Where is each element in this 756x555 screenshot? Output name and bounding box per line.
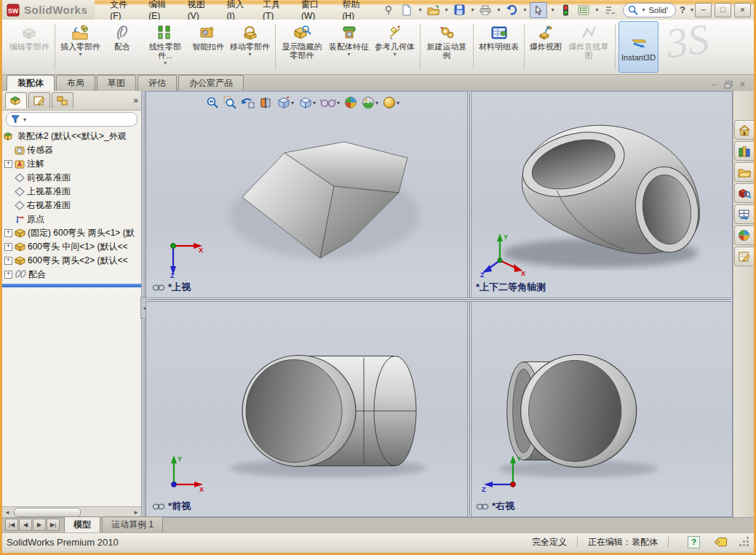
tab-assembly[interactable]: 装配体 xyxy=(7,75,55,91)
options-caret[interactable] xyxy=(594,7,600,13)
tree-item-component-2[interactable]: 600弯头 中间<1> (默认<< xyxy=(4,240,141,254)
ribbon-new-motion-study[interactable]: 新建运动算例 xyxy=(423,21,470,73)
ribbon-instant3d[interactable]: Instant3D xyxy=(618,21,658,73)
first-tab-button[interactable] xyxy=(5,519,18,531)
help-button[interactable]: ? xyxy=(678,4,687,15)
zoom-to-fit-icon[interactable] xyxy=(204,95,220,110)
undo-icon[interactable] xyxy=(504,3,520,17)
solidworks-search-tab[interactable] xyxy=(734,183,754,203)
zoom-to-area-icon[interactable] xyxy=(222,95,238,110)
edit-appearance-icon[interactable] xyxy=(343,95,359,110)
solidworks-resources-tab[interactable] xyxy=(734,120,754,140)
tree-item-component-1[interactable]: (固定) 600弯头 两头<1> (默 xyxy=(4,226,141,240)
ribbon-exploded-view[interactable]: 爆炸视图 xyxy=(528,21,564,73)
doc-restore-button[interactable] xyxy=(724,81,733,89)
view-orientation-icon[interactable] xyxy=(275,95,295,110)
view-palette-tab[interactable] xyxy=(734,204,754,224)
tab-office-products[interactable]: 办公室产品 xyxy=(178,75,244,91)
ribbon-linear-pattern[interactable]: 线性零部件... xyxy=(142,21,188,73)
save-icon[interactable] xyxy=(451,3,467,17)
tab-model[interactable]: 模型 xyxy=(64,516,100,532)
featuremanager-tab[interactable] xyxy=(5,92,27,108)
last-tab-button[interactable] xyxy=(47,519,60,531)
expand-icon[interactable] xyxy=(4,160,12,168)
options-checklist-icon[interactable] xyxy=(576,3,592,17)
select-cursor-icon[interactable] xyxy=(530,2,547,18)
viewport-top[interactable]: X Z *上视 xyxy=(146,92,467,298)
ribbon-insert-component[interactable]: 插入零部件 xyxy=(58,21,103,73)
tree-filter-input[interactable] xyxy=(6,112,138,127)
doc-close-button[interactable]: × xyxy=(740,80,745,89)
resize-grip[interactable] xyxy=(739,537,749,547)
tab-layout[interactable]: 布局 xyxy=(56,75,95,91)
search-input-value[interactable]: Solid' xyxy=(648,6,668,15)
hide-show-items-icon[interactable] xyxy=(319,97,341,108)
search-box[interactable]: Solid' xyxy=(623,3,676,17)
scrollbar-thumb[interactable] xyxy=(14,508,81,517)
new-document-icon[interactable] xyxy=(399,3,415,17)
viewport-divider-horizontal[interactable] xyxy=(146,298,732,302)
ribbon-move-component[interactable]: 移动零部件 xyxy=(228,21,272,73)
viewport-front[interactable]: Y X *前视 xyxy=(146,300,467,516)
maximize-button[interactable] xyxy=(715,3,731,17)
tree-item-annotations[interactable]: 注解 xyxy=(4,157,141,171)
ribbon-explode-line-sketch[interactable]: 爆炸直线草图 xyxy=(565,21,612,73)
tab-motion-study[interactable]: 运动算例 1 xyxy=(102,516,163,532)
apply-scene-icon[interactable] xyxy=(360,95,380,110)
tree-item-mates[interactable]: 配合 xyxy=(4,268,141,282)
view-settings-caret[interactable] xyxy=(397,100,399,106)
previous-view-icon[interactable] xyxy=(239,96,256,110)
view-orientation-caret[interactable] xyxy=(291,100,294,106)
appearances-scenes-tab[interactable] xyxy=(734,225,754,245)
toolbar-overflow-icon[interactable] xyxy=(602,3,618,17)
save-caret[interactable] xyxy=(469,7,475,13)
ribbon-bill-of-materials[interactable]: 材料明细表 xyxy=(477,21,521,73)
expand-icon[interactable] xyxy=(4,243,12,251)
ribbon-assembly-features[interactable]: 装配体特征 xyxy=(327,21,371,73)
tab-evaluate[interactable]: 评估 xyxy=(138,75,177,91)
search-scope-caret[interactable] xyxy=(640,7,646,13)
configurationmanager-tab[interactable] xyxy=(52,92,73,108)
quick-tips-icon[interactable] xyxy=(688,536,700,548)
viewport-divider-vertical[interactable] xyxy=(467,92,471,516)
ribbon-smart-fasteners[interactable]: 智能扣件 xyxy=(190,21,226,73)
display-style-caret[interactable] xyxy=(313,100,316,106)
tab-sketch[interactable]: 草图 xyxy=(97,75,136,91)
pin-toolbar-icon[interactable] xyxy=(381,3,397,17)
section-view-icon[interactable] xyxy=(258,95,274,110)
apply-scene-caret[interactable] xyxy=(375,100,378,106)
viewport-trimetric[interactable]: Y X Z *上下二等角轴测 xyxy=(470,92,732,298)
tree-item-front-plane[interactable]: 前视基准面 xyxy=(4,171,141,185)
tree-item-component-3[interactable]: 600弯头 两头<2> (默认<< xyxy=(4,254,141,268)
custom-properties-tab[interactable] xyxy=(734,247,754,266)
scroll-left-arrow[interactable] xyxy=(2,508,12,517)
panel-horizontal-scrollbar[interactable] xyxy=(2,506,141,517)
tag-icon[interactable] xyxy=(713,537,728,547)
undo-caret[interactable] xyxy=(522,7,528,13)
doc-minimize-button[interactable]: – xyxy=(712,80,717,89)
next-tab-button[interactable] xyxy=(33,519,46,531)
design-library-tab[interactable] xyxy=(734,141,754,161)
tree-item-sensors[interactable]: 传感器 xyxy=(4,143,141,157)
print-icon[interactable] xyxy=(477,3,493,17)
tree-item-top-plane[interactable]: 上视基准面 xyxy=(4,185,141,199)
ribbon-reference-geometry[interactable]: 参考几何体 xyxy=(373,21,417,73)
new-document-caret[interactable] xyxy=(417,7,423,13)
close-button[interactable] xyxy=(734,3,751,17)
display-style-icon[interactable] xyxy=(297,95,317,110)
expand-icon[interactable] xyxy=(4,257,12,265)
scroll-right-arrow[interactable] xyxy=(131,508,141,517)
expand-icon[interactable] xyxy=(4,229,12,237)
view-settings-icon[interactable] xyxy=(381,95,401,110)
ribbon-show-hidden-components[interactable]: 显示隐藏的零部件 xyxy=(279,21,325,73)
print-caret[interactable] xyxy=(496,7,501,13)
panel-expand-chevron[interactable] xyxy=(133,95,138,105)
ribbon-mate[interactable]: 配合 xyxy=(104,21,140,73)
tree-item-right-plane[interactable]: 右视基准面 xyxy=(4,199,141,212)
open-document-caret[interactable] xyxy=(443,7,449,13)
open-document-icon[interactable] xyxy=(425,3,441,17)
viewport-right[interactable]: Y Z *右视 xyxy=(470,300,732,516)
previous-tab-button[interactable] xyxy=(19,519,32,531)
help-caret[interactable] xyxy=(689,7,695,13)
filter-caret[interactable] xyxy=(22,116,28,123)
